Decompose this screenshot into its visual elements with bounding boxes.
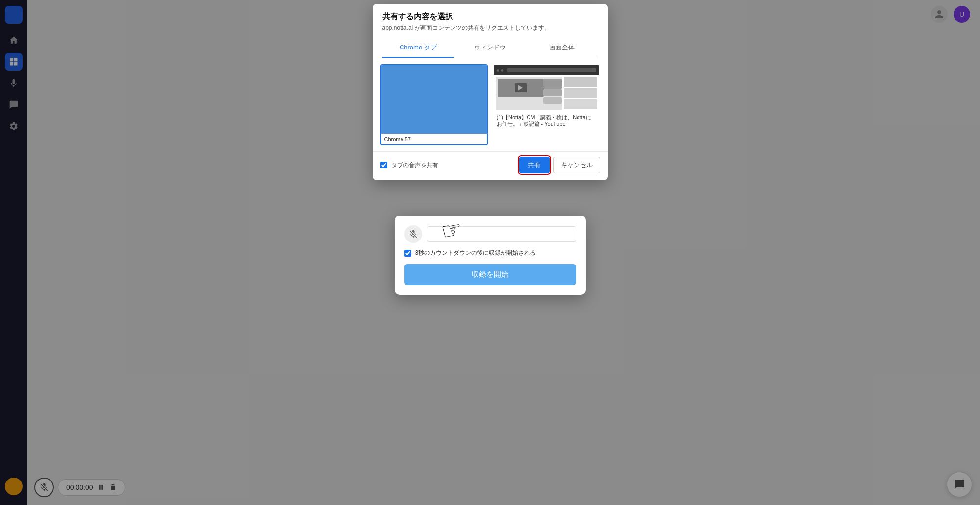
share-content: Chrome 57 [373, 58, 608, 151]
countdown-label: 3秒のカウントダウンの後に収録が開始される [415, 249, 536, 257]
share-dialog: 共有する内容を選択 app.notta.ai が画面コンテンツの共有をリクエスト… [373, 4, 608, 180]
share-audio-checkbox[interactable] [380, 162, 387, 168]
share-button[interactable]: 共有 [519, 157, 550, 173]
share-audio-label: タブの音声を共有 [391, 161, 438, 169]
share-tabs: Chrome タブ ウィンドウ 画面全体 [382, 38, 598, 58]
tab-chrome[interactable]: Chrome タブ [382, 38, 454, 58]
share-dialog-subtitle: app.notta.ai が画面コンテンツの共有をリクエストしています。 [382, 24, 598, 32]
share-checkbox-area: タブの音声を共有 [380, 161, 519, 169]
countdown-checkbox[interactable] [404, 250, 411, 257]
tab-preview-chrome [381, 65, 487, 134]
tab-thumbnail-youtube[interactable]: (1)【Notta】CM「講義・検は、Nottaにお任せ。」映記篇 - YouT… [493, 64, 600, 145]
tab-label-youtube: (1)【Notta】CM「講義・検は、Nottaにお任せ。」映記篇 - YouT… [494, 112, 599, 130]
share-actions: 共有 キャンセル [519, 157, 600, 173]
mic-source-input[interactable] [427, 226, 576, 242]
tab-thumbnail-chrome[interactable]: Chrome 57 [380, 64, 488, 145]
record-dialog: 3秒のカウントダウンの後に収録が開始される 収録を開始 [395, 216, 586, 295]
start-recording-button[interactable]: 収録を開始 [404, 264, 576, 285]
mic-off-button[interactable] [404, 225, 422, 243]
share-dialog-title: 共有する内容を選択 [382, 12, 598, 22]
record-mic-row [404, 225, 576, 243]
tab-window[interactable]: ウィンドウ [454, 38, 526, 58]
share-dialog-header: 共有する内容を選択 app.notta.ai が画面コンテンツの共有をリクエスト… [373, 4, 608, 58]
share-footer: タブの音声を共有 共有 キャンセル [373, 151, 608, 180]
cancel-button[interactable]: キャンセル [553, 157, 600, 173]
tab-screen[interactable]: 画面全体 [526, 38, 598, 58]
tab-label-chrome: Chrome 57 [381, 134, 487, 144]
tab-preview-youtube [494, 65, 599, 112]
record-countdown-row: 3秒のカウントダウンの後に収録が開始される [404, 249, 576, 257]
